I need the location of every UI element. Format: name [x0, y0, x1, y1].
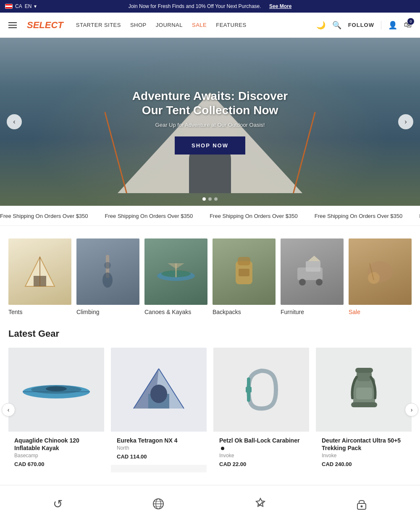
svg-rect-14 [306, 261, 320, 272]
svg-point-44 [360, 506, 362, 508]
svg-point-28 [150, 385, 167, 403]
hero-banner: ‹ Adventure Awaits: Discover Our Tent Co… [0, 38, 420, 206]
ticker-inner: Free Shipping On Orders Over $350 Free S… [0, 213, 420, 219]
product-price-carabiner: CAD 22.00 [219, 461, 303, 467]
product-card-kayak[interactable]: Aquaglide Chinook 120 Inflatable Kayak B… [8, 348, 104, 472]
shipping-message-1: Free Shipping On Orders Over $350 [0, 213, 88, 219]
top-banner: CA EN ▾ Join Now for Fresh Finds and 10%… [0, 0, 420, 13]
nav-links: STARTER SITES SHOP JOURNAL SALE FEATURES [76, 22, 308, 28]
product-info-backpack: Deuter Aircontact Ultra 50+5 Trekking Pa… [316, 432, 412, 472]
follow-button[interactable]: FOLLOW [348, 22, 374, 28]
backpacks-label: Backpacks [213, 309, 241, 315]
product-info-tent: Eureka Tetragon NX 4 North CAD 114.00 [111, 432, 207, 465]
tent-svg [129, 367, 188, 413]
dark-mode-icon[interactable]: 🌙 [316, 21, 326, 30]
product-image-carabiner [213, 348, 309, 432]
product-image-kayak [8, 348, 104, 432]
product-price-kayak: CAD 670.00 [14, 461, 98, 467]
product-image-tent [111, 348, 207, 432]
hero-dot-2[interactable] [208, 197, 212, 201]
flag-icon [5, 4, 13, 9]
categories-section: Tents Climbing [0, 226, 420, 320]
latest-gear-section: Latest Gear ‹ Aquaglide Chinook 120 Infl… [0, 320, 420, 485]
product-brand-carabiner: Invoke [219, 453, 303, 458]
svg-rect-36 [356, 388, 372, 399]
product-name-kayak: Aquaglide Chinook 120 Inflatable Kayak [14, 437, 98, 452]
carousel-prev-button[interactable]: ‹ [2, 403, 15, 417]
product-name-backpack: Deuter Aircontact Ultra 50+5 Trekking Pa… [322, 437, 406, 452]
hero-cta-button[interactable]: SHOP NOW [175, 136, 245, 155]
carousel-next-button[interactable]: › [405, 403, 418, 417]
climbing-label: Climbing [76, 309, 99, 315]
hero-prev-button[interactable]: ‹ [7, 114, 22, 129]
sale-label: Sale [349, 309, 360, 315]
product-brand-kayak: Basecamp [14, 453, 98, 458]
nav-journal[interactable]: JOURNAL [156, 22, 183, 28]
product-info-carabiner: Petzl Ok Ball-Lock Carabiner Invoke CAD … [213, 432, 309, 472]
climbing-icon [95, 253, 121, 291]
svg-marker-9 [168, 263, 184, 269]
chevron-down-icon: ▾ [34, 3, 37, 9]
undo-icon[interactable]: ↺ [53, 497, 63, 511]
category-sale[interactable]: Sale [349, 238, 412, 316]
nav-features[interactable]: FEATURES [216, 22, 246, 28]
product-card-tent[interactable]: Eureka Tetragon NX 4 North CAD 114.00 [111, 348, 207, 472]
footer-icons-row: ↺ [0, 485, 420, 523]
svg-rect-35 [351, 402, 377, 407]
verified-icon[interactable] [254, 498, 267, 510]
nav-starter-sites[interactable]: STARTER SITES [76, 22, 121, 28]
hero-next-button[interactable]: › [398, 114, 413, 129]
shipping-message-3: Free Shipping On Orders Over $350 [210, 213, 298, 219]
locale-label[interactable]: CA [15, 3, 22, 9]
hamburger-menu[interactable] [8, 22, 17, 28]
category-tents[interactable]: Tents [8, 238, 71, 316]
backpack-svg [345, 364, 383, 415]
svg-rect-37 [355, 368, 373, 373]
tents-label: Tents [8, 309, 22, 315]
banner-link[interactable]: See More [269, 3, 291, 9]
shipping-message-4: Free Shipping On Orders Over $350 [315, 213, 403, 219]
latest-gear-title: Latest Gear [8, 328, 412, 339]
product-name-tent: Eureka Tetragon NX 4 [117, 437, 201, 444]
kayak-svg [18, 377, 94, 402]
svg-rect-32 [246, 387, 252, 393]
product-brand-backpack: Invoke [322, 453, 406, 458]
nav-sale[interactable]: SALE [192, 22, 207, 28]
product-name-carabiner: Petzl Ok Ball-Lock Carabiner [219, 437, 303, 452]
account-icon[interactable]: 👤 [388, 21, 397, 30]
category-backpacks[interactable]: Backpacks [213, 238, 276, 316]
svg-rect-12 [239, 269, 249, 276]
category-canoes[interactable]: Canoes & Kayaks [144, 238, 207, 316]
categories-grid: Tents Climbing [8, 238, 412, 316]
hero-dot-3[interactable] [214, 197, 218, 201]
product-info-kayak: Aquaglide Chinook 120 Inflatable Kayak B… [8, 432, 104, 472]
lang-label[interactable]: EN [25, 3, 32, 9]
site-logo[interactable]: Select [27, 20, 63, 31]
svg-point-5 [104, 262, 111, 269]
hero-subtitle: Gear Up for Adventure at Our Outdoor Oas… [126, 122, 294, 128]
nav-shop[interactable]: SHOP [130, 22, 147, 28]
carabiner-svg [242, 367, 280, 413]
banner-message: Join Now for Fresh Finds and 10% Off You… [129, 3, 261, 9]
product-card-carabiner[interactable]: Petzl Ok Ball-Lock Carabiner Invoke CAD … [213, 348, 309, 472]
furniture-label: Furniture [281, 309, 304, 315]
lock-icon[interactable] [356, 498, 367, 510]
product-price-backpack: CAD 240.00 [322, 461, 406, 467]
svg-marker-17 [308, 256, 320, 261]
hero-title: Adventure Awaits: Discover Our Tent Coll… [126, 89, 294, 117]
globe-icon[interactable] [152, 498, 165, 510]
product-card-backpack[interactable]: Deuter Aircontact Ultra 50+5 Trekking Pa… [316, 348, 412, 472]
hero-dot-1[interactable] [202, 197, 206, 201]
color-dot [221, 447, 224, 450]
svg-point-4 [102, 272, 113, 288]
canoes-icon [155, 261, 197, 282]
category-furniture[interactable]: Furniture [281, 238, 344, 316]
search-icon[interactable]: 🔍 [332, 21, 341, 30]
products-grid: Aquaglide Chinook 120 Inflatable Kayak B… [8, 348, 412, 472]
hero-content: Adventure Awaits: Discover Our Tent Coll… [126, 89, 294, 154]
sale-icon [363, 255, 397, 288]
backpacks-icon [229, 253, 259, 291]
cart-icon[interactable]: 🛍 0 [404, 21, 412, 29]
category-climbing[interactable]: Climbing [76, 238, 139, 316]
svg-point-19 [368, 272, 380, 284]
